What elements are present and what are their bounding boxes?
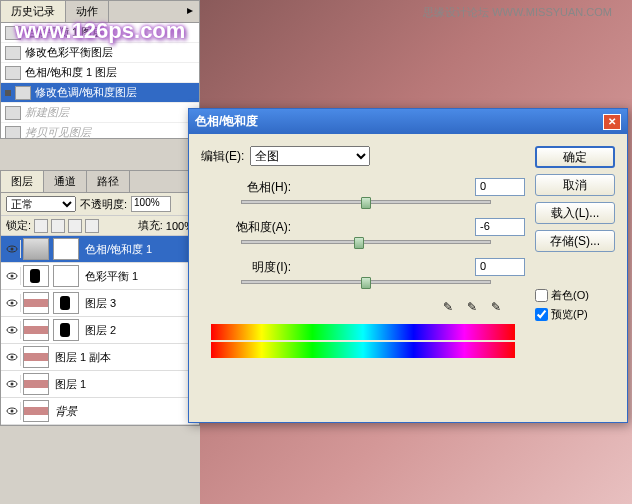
layer-row[interactable]: 背景 [1,398,199,425]
svg-point-11 [10,383,13,386]
blend-opacity-row: 正常 不透明度: 100% [1,193,199,216]
hue-label: 色相(H): [201,179,291,196]
eyedropper-subtract-icon[interactable]: ✎ [487,298,505,316]
eyedropper-add-icon[interactable]: ✎ [463,298,481,316]
lock-pixels-icon[interactable] [51,219,65,233]
lock-transparency-icon[interactable] [34,219,48,233]
cancel-button[interactable]: 取消 [535,174,615,196]
layer-thumb [23,373,49,395]
blend-mode-select[interactable]: 正常 [6,196,76,212]
layer-name: 图层 2 [81,323,197,338]
history-label: 新建图层 [25,105,69,120]
tab-layers[interactable]: 图层 [1,171,44,192]
layer-thumb [23,238,49,260]
opacity-field[interactable]: 100% [131,196,171,212]
state-icon [5,46,21,60]
history-label: 色相/饱和度 1 图层 [25,65,117,80]
controls-area: 编辑(E): 全图 色相(H): 0 饱和度(A): -6 明度(I): 0 [201,146,525,360]
hue-value[interactable]: 0 [475,178,525,196]
layer-row[interactable]: 色彩平衡 1 [1,263,199,290]
svg-point-9 [10,356,13,359]
slider-thumb-icon[interactable] [354,237,364,249]
lock-all-icon[interactable] [85,219,99,233]
tab-paths[interactable]: 路径 [87,171,130,192]
mask-thumb [53,238,79,260]
buttons-column: 确定 取消 载入(L)... 存储(S)... 着色(O) 预览(P) [535,146,615,360]
layer-row[interactable]: 图层 2 [1,317,199,344]
brush-dot-icon [5,90,11,96]
layers-panel: 图层 通道 路径 正常 不透明度: 100% 锁定: 填充: 100% 色相/饱… [0,170,200,426]
layer-thumb [23,292,49,314]
state-icon [5,66,21,80]
layer-row[interactable]: 图层 1 副本 [1,344,199,371]
layer-thumb [23,265,49,287]
slider-thumb-icon[interactable] [361,277,371,289]
edit-row: 编辑(E): 全图 [201,146,525,166]
mask-thumb [53,292,79,314]
hue-row: 色相(H): 0 [201,178,525,196]
opacity-label: 不透明度: [80,197,127,212]
state-icon [15,86,31,100]
visibility-icon[interactable] [3,240,21,258]
ok-button[interactable]: 确定 [535,146,615,168]
hue-slider[interactable] [241,200,491,204]
svg-point-7 [10,329,13,332]
mask-thumb [53,265,79,287]
slider-thumb-icon[interactable] [361,197,371,209]
layers-list: 色相/饱和度 1 色彩平衡 1 图层 3 图层 2 图层 1 副本 图层 1 背… [1,236,199,425]
hue-saturation-dialog: 色相/饱和度 ✕ 编辑(E): 全图 色相(H): 0 饱和度(A): -6 明… [188,108,628,423]
saturation-row: 饱和度(A): -6 [201,218,525,236]
preview-input[interactable] [535,308,548,321]
layer-thumb [23,346,49,368]
edit-select[interactable]: 全图 [250,146,370,166]
history-item[interactable]: 修改色彩平衡图层 [1,43,199,63]
layer-row[interactable]: 色相/饱和度 1 [1,236,199,263]
eyedropper-icon[interactable]: ✎ [439,298,457,316]
history-item[interactable]: 色相/饱和度 1 图层 [1,63,199,83]
saturation-value[interactable]: -6 [475,218,525,236]
history-item[interactable]: 新建图层 [1,103,199,123]
save-button[interactable]: 存储(S)... [535,230,615,252]
svg-point-3 [10,275,13,278]
close-icon[interactable]: ✕ [603,114,621,130]
history-label: 修改色调/饱和度图层 [35,85,137,100]
visibility-icon[interactable] [3,402,21,420]
preview-checkbox[interactable]: 预览(P) [535,307,615,322]
colorize-checkbox[interactable]: 着色(O) [535,288,615,303]
state-icon [5,106,21,120]
visibility-icon[interactable] [3,375,21,393]
lock-position-icon[interactable] [68,219,82,233]
mask-thumb [53,319,79,341]
state-icon [5,126,21,139]
lightness-value[interactable]: 0 [475,258,525,276]
tab-channels[interactable]: 通道 [44,171,87,192]
layer-name: 色相/饱和度 1 [81,242,197,257]
fill-label: 填充: [138,218,163,233]
history-item[interactable]: 拷贝可见图层 [1,123,199,138]
lock-row: 锁定: 填充: 100% [1,216,199,236]
lock-label: 锁定: [6,218,31,233]
saturation-label: 饱和度(A): [201,219,291,236]
visibility-icon[interactable] [3,348,21,366]
layer-name: 图层 3 [81,296,197,311]
lightness-slider[interactable] [241,280,491,284]
dialog-body: 编辑(E): 全图 色相(H): 0 饱和度(A): -6 明度(I): 0 [189,134,627,372]
visibility-icon[interactable] [3,267,21,285]
history-item[interactable]: 修改色调/饱和度图层 [1,83,199,103]
visibility-icon[interactable] [3,321,21,339]
checkbox-group: 着色(O) 预览(P) [535,288,615,326]
dialog-titlebar[interactable]: 色相/饱和度 ✕ [189,109,627,134]
saturation-slider[interactable] [241,240,491,244]
load-button[interactable]: 载入(L)... [535,202,615,224]
layer-row[interactable]: 图层 1 [1,371,199,398]
colorize-input[interactable] [535,289,548,302]
lightness-label: 明度(I): [201,259,291,276]
url-overlay: www.126ps.com [15,18,185,44]
site-watermark: 思缘设计论坛 WWW.MISSYUAN.COM [423,5,612,20]
hue-strip-bottom [211,342,515,358]
history-label: 修改色彩平衡图层 [25,45,113,60]
visibility-icon[interactable] [3,294,21,312]
layer-name: 背景 [51,404,197,419]
layer-row[interactable]: 图层 3 [1,290,199,317]
layers-tabs: 图层 通道 路径 [1,171,199,193]
